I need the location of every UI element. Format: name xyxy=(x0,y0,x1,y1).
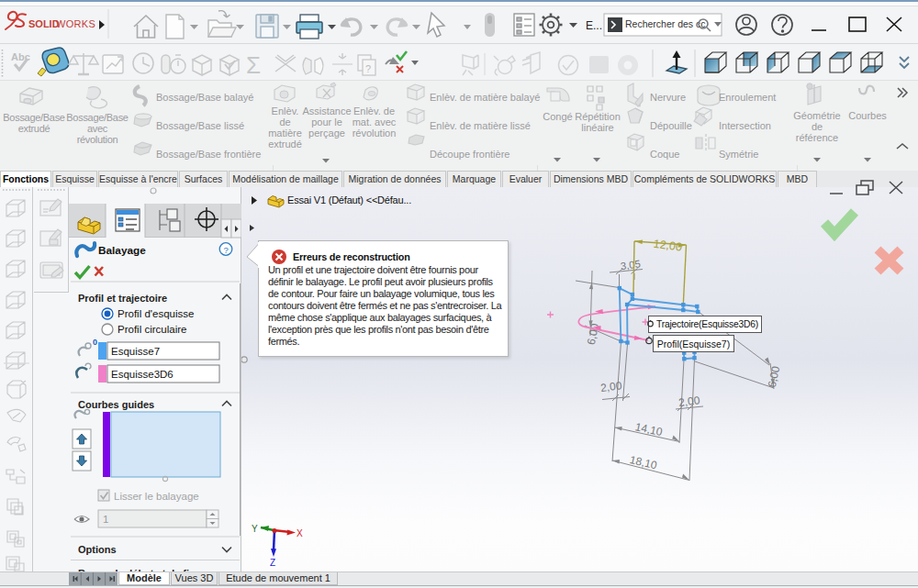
svg-text:1: 1 xyxy=(103,514,108,525)
svg-text:E...: E... xyxy=(586,19,602,32)
svg-text:?: ? xyxy=(365,63,371,74)
svg-text:Σ: Σ xyxy=(246,51,261,79)
svg-text:WORKS: WORKS xyxy=(56,18,95,29)
svg-text:Lisser le balayage: Lisser le balayage xyxy=(114,491,199,502)
svg-text:Rechercher des cc: Rechercher des cc xyxy=(625,18,706,29)
svg-text:X: X xyxy=(297,528,303,538)
svg-text:Z: Z xyxy=(270,558,275,568)
svg-text:Y: Y xyxy=(252,524,258,534)
svg-text:SOLID: SOLID xyxy=(28,18,60,29)
